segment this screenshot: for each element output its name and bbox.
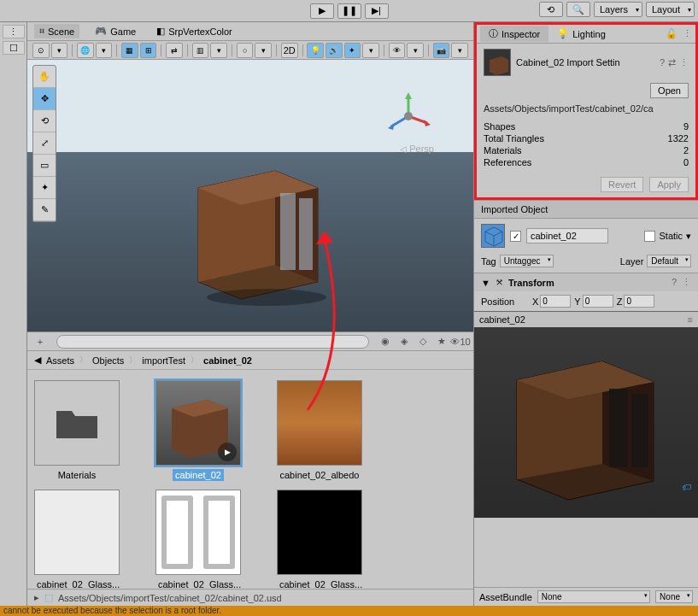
dock-collapse-icon[interactable]: ☐ bbox=[3, 41, 25, 55]
hidden-dropdown[interactable]: ▾ bbox=[407, 43, 424, 58]
revert-button[interactable]: Revert bbox=[601, 177, 643, 192]
play-button[interactable]: ▶ bbox=[310, 3, 334, 19]
fx-button[interactable]: ✦ bbox=[344, 43, 361, 58]
shading-dropdown[interactable]: ▾ bbox=[255, 43, 272, 58]
local-dropdown[interactable]: ▾ bbox=[96, 43, 113, 58]
camera-dropdown[interactable]: ▾ bbox=[451, 43, 468, 58]
crumb-back-icon[interactable]: ◀ bbox=[34, 355, 41, 366]
audio-button[interactable]: 🔊 bbox=[326, 43, 343, 58]
filter-all-button[interactable]: ◉ bbox=[378, 335, 393, 349]
pivot-dropdown[interactable]: ▾ bbox=[51, 43, 68, 58]
hidden-button[interactable]: 👁 bbox=[389, 43, 406, 58]
tab-game[interactable]: 🎮 Game bbox=[90, 24, 141, 38]
asset-glass-1[interactable]: cabinet_02_Glass... bbox=[34, 490, 120, 592]
active-checkbox[interactable] bbox=[510, 231, 521, 242]
asset-materials-folder[interactable]: Materials bbox=[34, 380, 120, 483]
crumb-objects[interactable]: Objects bbox=[92, 355, 124, 366]
object-name-field[interactable] bbox=[526, 228, 608, 243]
tab-lighting[interactable]: 💡 Lighting bbox=[548, 26, 614, 41]
asset-cabinet-02[interactable]: ▶ cabinet_02 bbox=[155, 380, 241, 483]
tab-scene[interactable]: ⌗ Scene bbox=[34, 24, 79, 38]
mode-2d-button[interactable]: 2D bbox=[281, 43, 298, 58]
rect-tool[interactable]: ▭ bbox=[33, 155, 56, 177]
camera-button[interactable]: 📷 bbox=[433, 43, 450, 58]
scene-toolbar: ⊙ ▾ 🌐 ▾ ▦ ⊞ ⇄ ▥ ▾ ○ ▾ 2D 💡 🔊 ✦ ▾ 👁 ▾ 📷 ▾ bbox=[27, 41, 473, 60]
open-button[interactable]: Open bbox=[650, 83, 689, 98]
dock-menu-icon[interactable]: ⋮ bbox=[3, 25, 25, 38]
help-icon[interactable]: ? bbox=[660, 57, 665, 68]
preview-tag-icon[interactable]: 🏷 bbox=[682, 482, 691, 492]
pos-x-field[interactable] bbox=[540, 295, 571, 308]
comp-help-icon[interactable]: ? bbox=[672, 277, 677, 288]
transform-tool[interactable]: ✦ bbox=[33, 177, 56, 199]
preview-3d bbox=[500, 337, 671, 508]
draw-dropdown[interactable]: ▾ bbox=[210, 43, 227, 58]
filter-type-button[interactable]: ◈ bbox=[396, 335, 412, 349]
crumb-cabinet[interactable]: cabinet_02 bbox=[203, 355, 252, 366]
save-search-button[interactable]: ★ bbox=[434, 335, 449, 349]
custom-tool[interactable]: ✎ bbox=[33, 199, 56, 221]
breadcrumb: ◀ Assets 〉 Objects 〉 importTest 〉 cabine… bbox=[27, 351, 473, 370]
menu-icon[interactable]: ⋮ bbox=[683, 28, 692, 39]
assetbundle-row: AssetBundle None None bbox=[474, 587, 698, 606]
layers-dropdown[interactable]: Layers bbox=[594, 2, 642, 17]
hand-tool[interactable]: ✋ bbox=[33, 66, 56, 88]
local-global-button[interactable]: 🌐 bbox=[77, 43, 94, 58]
left-dock-strip: ⋮ ☐ bbox=[0, 22, 27, 606]
rotate-tool[interactable]: ⟲ bbox=[33, 110, 56, 132]
scale-tool[interactable]: ⤢ bbox=[33, 132, 56, 155]
asset-albedo[interactable]: cabinet_02_albedo bbox=[277, 380, 362, 483]
foldout-icon[interactable]: ▼ bbox=[481, 278, 490, 288]
tab-srp[interactable]: ◧ SrpVertexColor bbox=[151, 24, 238, 38]
tab-inspector[interactable]: ⓘ Inspector bbox=[480, 26, 548, 42]
tag-dropdown[interactable]: Untaggec bbox=[500, 255, 554, 267]
assetbundle-variant-dropdown[interactable]: None bbox=[655, 590, 693, 603]
static-checkbox[interactable] bbox=[644, 231, 655, 242]
apply-button[interactable]: Apply bbox=[649, 177, 689, 192]
pos-y-field[interactable] bbox=[583, 295, 613, 308]
layer-dropdown[interactable]: Default bbox=[647, 255, 691, 267]
crumb-importtest[interactable]: importTest bbox=[142, 355, 185, 366]
orientation-gizmo[interactable] bbox=[383, 91, 434, 142]
imported-object-header: Imported Object bbox=[474, 200, 698, 219]
pivot-center-button[interactable]: ⊙ bbox=[32, 43, 50, 58]
draw-mode-button[interactable]: ▥ bbox=[192, 43, 209, 58]
fx-dropdown[interactable]: ▾ bbox=[362, 43, 379, 58]
pause-button[interactable]: ❚❚ bbox=[337, 3, 361, 19]
undo-history-button[interactable]: ⟲ bbox=[539, 2, 563, 17]
shading-button[interactable]: ○ bbox=[237, 43, 254, 58]
grid-snap-button[interactable]: ▦ bbox=[121, 43, 138, 58]
lighting-button[interactable]: 💡 bbox=[307, 43, 324, 58]
search-button[interactable]: 🔍 bbox=[566, 2, 590, 17]
asset-glass-2[interactable]: cabinet_02_Glass... bbox=[155, 490, 241, 592]
move-tool[interactable]: ✥ bbox=[33, 88, 56, 110]
crumb-assets[interactable]: Assets bbox=[46, 355, 74, 366]
filter-label-button[interactable]: ◇ bbox=[415, 335, 431, 349]
comp-menu-icon[interactable]: ⋮ bbox=[682, 277, 691, 288]
bulb-icon: 💡 bbox=[557, 28, 569, 39]
asset-glass-3[interactable]: cabinet_02_Glass... bbox=[277, 490, 362, 592]
svg-point-6 bbox=[207, 289, 326, 306]
hidden-items-button[interactable]: 👁10 bbox=[453, 335, 468, 349]
header-menu-icon[interactable]: ⋮ bbox=[679, 57, 689, 68]
preview-menu-icon[interactable]: ≡ bbox=[688, 314, 693, 325]
static-dropdown-icon[interactable]: ▾ bbox=[686, 231, 691, 242]
incr-snap-button[interactable]: ⇄ bbox=[166, 43, 183, 58]
preset-icon[interactable]: ⇄ bbox=[668, 57, 676, 68]
pos-z-field[interactable] bbox=[624, 295, 654, 308]
assetbundle-dropdown[interactable]: None bbox=[537, 590, 650, 603]
layout-dropdown[interactable]: Layout bbox=[646, 2, 695, 17]
add-button[interactable]: + bbox=[32, 335, 48, 349]
expand-icon[interactable]: ▸ bbox=[34, 592, 39, 603]
snap-increment-button[interactable]: ⊞ bbox=[140, 43, 157, 58]
project-search[interactable] bbox=[56, 335, 369, 349]
scene-viewport[interactable]: ✋ ✥ ⟲ ⤢ ▭ ✦ ✎ ◁ Persp bbox=[27, 60, 473, 331]
preview-panel[interactable]: cabinet_02 ≡ 🏷 bbox=[474, 311, 698, 518]
lock-icon[interactable]: 🔓 bbox=[666, 28, 677, 39]
play-preview-icon[interactable]: ▶ bbox=[218, 443, 237, 461]
object-header: Static ▾ bbox=[474, 219, 698, 253]
highlighted-region: ⓘ Inspector 💡 Lighting 🔓 ⋮ Cabinet_02 Im… bbox=[474, 22, 698, 200]
info-icon: ⓘ bbox=[489, 27, 498, 40]
inspector-tabbar: ⓘ Inspector 💡 Lighting 🔓 ⋮ bbox=[477, 25, 695, 44]
step-button[interactable]: ▶| bbox=[365, 3, 389, 19]
